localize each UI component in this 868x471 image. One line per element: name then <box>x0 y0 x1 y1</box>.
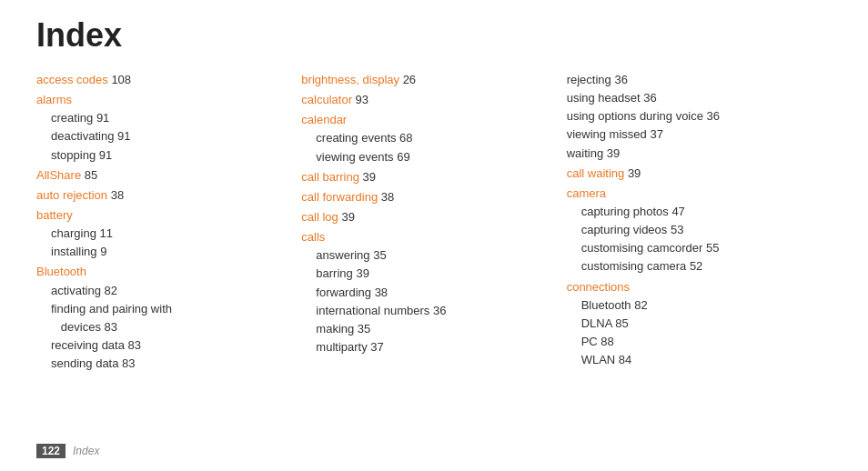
index-subitem: creating events 68 <box>301 129 557 147</box>
index-subitem: creating 91 <box>36 109 292 127</box>
index-subitem: capturing photos 47 <box>567 203 823 221</box>
page-number: 26 <box>403 73 416 86</box>
list-item: call log 39 <box>301 208 557 226</box>
list-item: battery charging 11 installing 9 <box>36 206 292 261</box>
list-item: calls answering 35 barring 39 forwarding… <box>301 228 557 356</box>
index-subitem: stopping 91 <box>36 146 292 165</box>
list-item: auto rejection 38 <box>36 186 292 205</box>
index-columns: access codes 108 alarms creating 91 deac… <box>36 71 832 375</box>
index-term: access codes <box>36 73 108 86</box>
index-term: camera <box>567 186 606 200</box>
index-term: call barring <box>301 170 359 184</box>
page-number: 93 <box>356 93 368 106</box>
index-subitem: using options during voice 36 <box>567 107 823 125</box>
footer-label: Index <box>73 445 99 457</box>
index-subitem: viewing missed 37 <box>567 125 823 144</box>
index-subitem: barring 39 <box>301 265 557 283</box>
index-term: calculator <box>301 93 352 106</box>
index-subitem: answering 35 <box>301 246 557 265</box>
column-3: rejecting 36 using headset 36 using opti… <box>567 71 832 371</box>
index-subitem: activating 82 <box>36 282 292 300</box>
list-item: AllShare 85 <box>36 166 292 185</box>
index-term: auto rejection <box>36 188 107 202</box>
index-term: call waiting <box>567 166 625 180</box>
index-subitem: Bluetooth 82 <box>567 296 823 315</box>
list-item: brightness, display 26 <box>301 71 557 89</box>
list-item: connections Bluetooth 82 DLNA 85 PC 88 W… <box>567 278 823 370</box>
index-term: calls <box>301 230 325 244</box>
index-subitem: waiting 39 <box>567 145 823 163</box>
index-term: Bluetooth <box>36 265 86 278</box>
column-1: access codes 108 alarms creating 91 deac… <box>36 71 301 375</box>
footer: 122 Index <box>36 444 99 458</box>
index-subitem: capturing videos 53 <box>567 221 823 239</box>
index-subitem: using headset 36 <box>567 89 823 107</box>
index-subitem: installing 9 <box>36 243 292 261</box>
index-term: connections <box>567 280 630 294</box>
index-subitem: viewing events 69 <box>301 148 557 166</box>
list-item: call waiting 39 <box>567 165 823 183</box>
index-term: call forwarding <box>301 190 378 204</box>
page-number: 38 <box>111 188 124 202</box>
index-subitem: customising camera 52 <box>567 257 823 276</box>
list-item: camera capturing photos 47 capturing vid… <box>567 185 823 276</box>
index-subitem: deactivating 91 <box>36 127 292 145</box>
index-term: battery <box>36 208 73 222</box>
page-number: 85 <box>85 168 97 182</box>
list-item: calculator 93 <box>301 91 557 109</box>
footer-page-number: 122 <box>36 444 66 458</box>
index-subitem: multiparty 37 <box>301 338 557 356</box>
index-subitem: forwarding 38 <box>301 284 557 302</box>
page-title: Index <box>36 16 832 55</box>
index-subitem: PC 88 <box>567 333 823 351</box>
list-item: access codes 108 <box>36 71 292 89</box>
column-2: brightness, display 26 calculator 93 cal… <box>301 71 566 358</box>
index-subitem: receiving data 83 <box>36 336 292 355</box>
index-subitem: international numbers 36 <box>301 302 557 320</box>
index-term: calendar <box>301 113 347 126</box>
list-item: alarms creating 91 deactivating 91 stopp… <box>36 91 292 165</box>
index-subitem: finding and pairing with devices 83 <box>36 300 292 336</box>
index-subitem: WLAN 84 <box>567 351 823 369</box>
list-item: rejecting 36 using headset 36 using opti… <box>567 71 823 163</box>
page-number: 39 <box>628 166 641 180</box>
list-item: Bluetooth activating 82 finding and pair… <box>36 263 292 373</box>
page-number: 39 <box>341 210 354 224</box>
index-term: AllShare <box>36 168 81 182</box>
page: Index access codes 108 alarms creating 9… <box>0 0 868 471</box>
index-subitem: customising camcorder 55 <box>567 239 823 257</box>
list-item: call barring 39 <box>301 168 557 186</box>
index-term: call log <box>301 210 338 224</box>
index-subitem: DLNA 85 <box>567 315 823 333</box>
page-number: 38 <box>381 190 394 204</box>
page-number: 108 <box>111 73 131 86</box>
index-subitem: making 35 <box>301 320 557 338</box>
list-item: call forwarding 38 <box>301 188 557 206</box>
index-subitem: charging 11 <box>36 225 292 243</box>
list-item: calendar creating events 68 viewing even… <box>301 111 557 165</box>
index-subitem: rejecting 36 <box>567 71 823 89</box>
index-subitem: sending data 83 <box>36 355 292 373</box>
index-term: alarms <box>36 93 72 106</box>
page-number: 39 <box>363 170 376 184</box>
index-term: brightness, display <box>301 73 399 86</box>
